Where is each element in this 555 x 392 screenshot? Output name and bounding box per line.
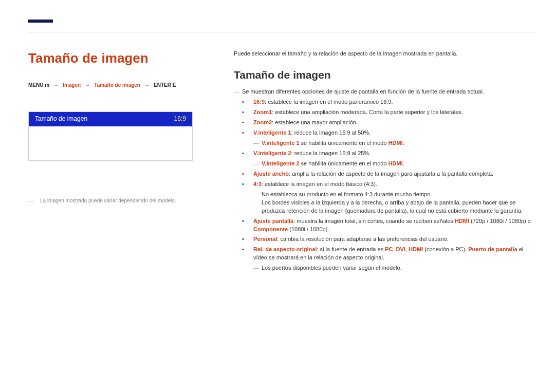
header-accent-bar bbox=[28, 20, 53, 23]
bullet-icon: • bbox=[242, 119, 253, 127]
breadcrumb-enter: ENTER E bbox=[154, 82, 176, 89]
bullet-icon: • bbox=[242, 235, 253, 244]
term-ajuste-ancho: Ajuste ancho bbox=[253, 171, 289, 177]
lead-list: ― Se muestran diferentes opciones de aju… bbox=[234, 88, 534, 96]
item-text: Rel. de aspecto original: si la fuente d… bbox=[253, 246, 534, 262]
term-vint2: V.inteligente 2 bbox=[253, 150, 291, 156]
dash-icon: ― bbox=[253, 160, 262, 168]
item-text: Ajuste ancho: amplía la relación de aspe… bbox=[253, 170, 534, 178]
osd-menu-value: 16:9 bbox=[174, 115, 186, 123]
options-list: • 16:9: establece la imagen en el modo p… bbox=[234, 98, 534, 137]
breadcrumb-sep-3: → bbox=[144, 82, 150, 89]
sub-note-item: ― V.inteligente 1 se habilita únicamente… bbox=[253, 139, 534, 147]
list-item: • Zoom2: establece una mayor ampliación. bbox=[242, 119, 534, 127]
list-item: • 4:3: establece la imagen en el modo bá… bbox=[242, 180, 534, 189]
sub-note-text: V.inteligente 2 se habilita únicamente e… bbox=[262, 160, 534, 168]
footer-note-text: Los puertos disponibles pueden variar se… bbox=[262, 264, 534, 272]
sub-note-list: ― No establezca su producto en el format… bbox=[234, 191, 534, 215]
term-rel-aspecto: Rel. de aspecto original bbox=[253, 246, 317, 252]
item-text: V.inteligente 1: reduce la imagen 16:9 a… bbox=[253, 129, 534, 137]
term-zoom1: Zoom1 bbox=[253, 109, 272, 115]
list-item: • Ajuste ancho: amplía la relación de as… bbox=[242, 170, 534, 178]
breadcrumb-sep-1: → bbox=[53, 82, 59, 89]
osd-menu-label: Tamaño de imagen bbox=[35, 115, 87, 123]
left-note-item: ―La imagen mostrada puede variar dependi… bbox=[28, 197, 213, 205]
sub-note-list: ― V.inteligente 2 se habilita únicamente… bbox=[234, 160, 534, 168]
breadcrumb-sep-2: → bbox=[85, 82, 90, 89]
osd-menu-row-selected[interactable]: Tamaño de imagen 16:9 bbox=[29, 112, 192, 126]
bullet-icon: • bbox=[242, 246, 253, 262]
osd-menu-preview: Tamaño de imagen 16:9 bbox=[28, 111, 193, 160]
sub-note-list: ― V.inteligente 1 se habilita únicamente… bbox=[234, 139, 534, 147]
dash-icon: ― bbox=[253, 191, 262, 215]
item-text: Personal: cambia la resolución para adap… bbox=[253, 235, 534, 244]
item-text: 16:9: establece la imagen en el modo pan… bbox=[253, 98, 534, 106]
item-text: 4:3: establece la imagen en el modo bási… bbox=[253, 180, 534, 189]
breadcrumb-imagen: Imagen bbox=[63, 82, 81, 89]
page-title: Tamaño de imagen bbox=[28, 49, 213, 68]
item-text: Zoom2: establece una mayor ampliación. bbox=[253, 119, 534, 127]
sub-note-text: No establezca su producto en el formato … bbox=[262, 191, 534, 215]
bullet-icon: • bbox=[242, 108, 253, 117]
list-item: • 16:9: establece la imagen en el modo p… bbox=[242, 98, 534, 106]
left-note-text: La imagen mostrada puede variar dependie… bbox=[40, 198, 176, 203]
list-item: • Ajuste pantalla: muestra la imagen tot… bbox=[242, 217, 534, 234]
bullet-icon: • bbox=[242, 180, 253, 189]
bullet-icon: • bbox=[242, 98, 253, 106]
osd-menu-filler bbox=[29, 126, 192, 160]
sub-note-text: V.inteligente 1 se habilita únicamente e… bbox=[262, 139, 534, 147]
list-item: • Personal: cambia la resolución para ad… bbox=[242, 235, 534, 244]
breadcrumb-tamano: Tamaño de imagen bbox=[94, 82, 140, 89]
left-column: Tamaño de imagen MENU m → Imagen → Tamañ… bbox=[28, 49, 213, 274]
breadcrumb-menu: MENU m bbox=[28, 82, 49, 89]
list-item: • Rel. de aspecto original: si la fuente… bbox=[242, 246, 534, 262]
list-item: • V.inteligente 1: reduce la imagen 16:9… bbox=[242, 129, 534, 137]
list-item: • Zoom1: establece una ampliación modera… bbox=[242, 108, 534, 117]
term-zoom2: Zoom2 bbox=[253, 119, 272, 125]
options-list: • V.inteligente 2: reduce la imagen 16:9… bbox=[234, 150, 534, 158]
term-ajuste-pantalla: Ajuste pantalla bbox=[253, 218, 293, 224]
item-text: Ajuste pantalla: muestra la imagen total… bbox=[253, 217, 534, 234]
term-4-3: 4:3 bbox=[253, 181, 262, 187]
header-rule bbox=[28, 32, 534, 32]
bullet-icon: • bbox=[242, 217, 253, 234]
right-column: Puede seleccionar el tamaño y la relació… bbox=[234, 49, 534, 274]
left-note-list: ―La imagen mostrada puede variar dependi… bbox=[28, 197, 213, 205]
dash-icon: ― bbox=[253, 139, 262, 147]
lead-text: Se muestran diferentes opciones de ajust… bbox=[242, 88, 534, 96]
dash-icon: ― bbox=[234, 88, 242, 96]
sub-note-item: ― V.inteligente 2 se habilita únicamente… bbox=[253, 160, 534, 168]
term-16-9: 16:9 bbox=[253, 99, 265, 105]
footer-note-item: ― Los puertos disponibles pueden variar … bbox=[253, 264, 534, 272]
item-text: Zoom1: establece una ampliación moderada… bbox=[253, 108, 534, 117]
list-item: • V.inteligente 2: reduce la imagen 16:9… bbox=[242, 150, 534, 158]
options-list: • Ajuste pantalla: muestra la imagen tot… bbox=[234, 217, 534, 263]
term-personal: Personal bbox=[253, 236, 277, 242]
bullet-icon: • bbox=[242, 170, 253, 178]
item-text: V.inteligente 2: reduce la imagen 16:9 a… bbox=[253, 150, 534, 158]
dash-icon: ― bbox=[28, 197, 34, 203]
term-vint1: V.inteligente 1 bbox=[253, 129, 291, 136]
section-heading: Tamaño de imagen bbox=[234, 67, 534, 83]
page-container: Tamaño de imagen MENU m → Imagen → Tamañ… bbox=[0, 0, 555, 274]
dash-icon: ― bbox=[253, 264, 262, 272]
bullet-icon: • bbox=[242, 150, 253, 158]
breadcrumb: MENU m → Imagen → Tamaño de imagen → ENT… bbox=[28, 82, 213, 89]
sub-note-item: ― No establezca su producto en el format… bbox=[253, 191, 534, 215]
lead-item: ― Se muestran diferentes opciones de aju… bbox=[234, 88, 534, 96]
bullet-icon: • bbox=[242, 129, 253, 137]
intro-text: Puede seleccionar el tamaño y la relació… bbox=[234, 50, 534, 58]
footer-note-list: ― Los puertos disponibles pueden variar … bbox=[234, 264, 534, 272]
options-list: • Ajuste ancho: amplía la relación de as… bbox=[234, 170, 534, 189]
